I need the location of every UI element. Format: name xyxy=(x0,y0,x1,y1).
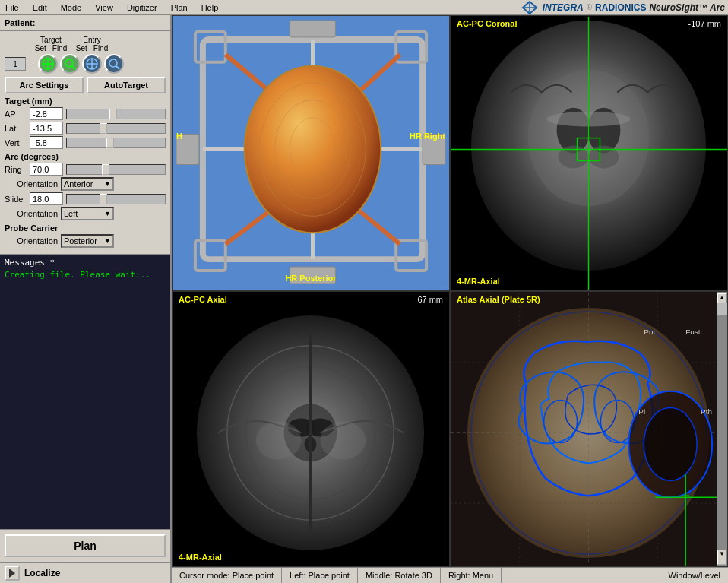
controls-row: 1 — xyxy=(5,54,166,74)
lat-slider[interactable] xyxy=(66,123,166,134)
view-atlas[interactable]: Atlas Axial (Plate 5R) xyxy=(450,291,728,567)
patient-header: Patient: xyxy=(0,15,170,31)
plan-btn[interactable]: Plan xyxy=(5,534,166,557)
orientation3-label: Orientation xyxy=(5,236,58,246)
coronal-title: AC-PC Coronal xyxy=(457,19,517,28)
label-hr-posterior: HR Posterior xyxy=(285,274,336,283)
entry-label: Entry xyxy=(83,36,100,44)
menu-plan[interactable]: Plan xyxy=(169,2,190,13)
brand-integra: INTEGRA xyxy=(543,2,584,13)
head-3d-scene xyxy=(173,16,449,290)
target-set-find: Set Find xyxy=(35,44,67,52)
col-headers: Target Set Find Entry Set Find xyxy=(32,36,166,52)
controls-area: Target Set Find Entry Set Find 1 xyxy=(0,31,170,255)
svg-text:Pi: Pi xyxy=(638,407,645,416)
ap-slider[interactable] xyxy=(66,109,166,119)
view-coronal[interactable]: AC-PC Coronal -107 mm xyxy=(450,15,728,291)
svg-line-24 xyxy=(226,210,271,244)
orientation1-arrow: ▼ xyxy=(104,180,111,188)
find-label: Find xyxy=(52,44,67,52)
left-value: Place point xyxy=(308,571,349,580)
menu-file[interactable]: File xyxy=(3,2,21,13)
slide-slider[interactable] xyxy=(66,194,166,204)
slide-label: Slide xyxy=(5,195,30,204)
menu-view[interactable]: View xyxy=(93,2,116,13)
localize-label[interactable]: Localize xyxy=(24,568,60,578)
slide-input[interactable]: 18.0 xyxy=(30,192,63,205)
lat-label: Lat xyxy=(5,124,30,133)
slide-row: Slide 18.0 xyxy=(5,192,166,205)
axial-bottom-label: 4-MR-Axial xyxy=(179,553,222,562)
target-find-btn[interactable] xyxy=(60,54,80,74)
svg-line-25 xyxy=(358,210,400,244)
atlas-title: Atlas Axial (Plate 5R) xyxy=(457,295,540,304)
cursor-mode-label: Cursor mode: xyxy=(179,571,230,580)
vert-label: Vert xyxy=(5,138,30,147)
target-set-btn[interactable] xyxy=(38,54,58,74)
window-level-item[interactable]: Window/Level xyxy=(661,568,728,583)
atlas-image: Put Fust Pth Pi xyxy=(451,292,727,566)
probe-carrier-section: Probe Carrier Orientation Posterior ▼ xyxy=(5,223,166,248)
orientation3-select[interactable]: Posterior ▼ xyxy=(61,234,114,248)
num-input[interactable]: 1 xyxy=(5,57,26,71)
menu-help[interactable]: Help xyxy=(199,2,221,13)
brand-radionics: RADIONICS xyxy=(595,2,646,13)
view-3d[interactable]: H HR Right HR Posterior xyxy=(172,15,450,291)
svg-point-50 xyxy=(256,422,302,460)
localize-area: Localize xyxy=(0,562,170,583)
ap-row: AP -2.8 xyxy=(5,107,166,120)
entry-set-btn[interactable] xyxy=(82,54,102,74)
ring-input[interactable]: 70.0 xyxy=(30,163,63,176)
svg-line-23 xyxy=(358,55,400,93)
svg-marker-10 xyxy=(9,569,15,578)
messages-text: Creating file. Please wait... xyxy=(5,270,166,280)
coronal-bottom-label: 4-MR-Axial xyxy=(457,277,500,286)
svg-point-51 xyxy=(320,422,366,460)
atlas-svg: Put Fust Pth Pi xyxy=(451,292,727,566)
orientation1-select[interactable]: Anterior ▼ xyxy=(61,177,114,191)
orientation2-select[interactable]: Left ▼ xyxy=(61,207,114,220)
svg-line-4 xyxy=(72,66,75,69)
probe-carrier-label: Probe Carrier xyxy=(5,223,166,233)
right-label: Right: xyxy=(448,571,470,580)
scroll-down-btn[interactable]: ▼ xyxy=(717,550,726,565)
orientation3-row: Orientation Posterior ▼ xyxy=(5,234,166,248)
view-axial[interactable]: AC-PC Axial 67 mm xyxy=(172,291,450,567)
orientation2-label: Orientation xyxy=(5,209,58,218)
patient-label: Patient: xyxy=(5,18,35,27)
axial-svg xyxy=(173,292,449,566)
set2-label: Set xyxy=(76,44,87,52)
frame-svg xyxy=(173,16,449,290)
content-area: H HR Right HR Posterior AC-PC Coronal -1… xyxy=(172,15,728,583)
localize-arrow-btn[interactable] xyxy=(5,566,20,581)
orientation2-arrow: ▼ xyxy=(104,210,111,217)
label-h-left: H xyxy=(176,131,182,141)
menu-edit[interactable]: Edit xyxy=(30,2,49,13)
autotarget-btn[interactable]: AutoTarget xyxy=(87,77,166,93)
lat-input[interactable]: -13.5 xyxy=(30,122,63,135)
brand-neurosight: NeuroSight™ Arc xyxy=(649,2,725,13)
svg-rect-16 xyxy=(195,240,226,271)
vert-input[interactable]: -5.8 xyxy=(30,136,63,149)
atlas-scrollbar-right[interactable]: ▲ ▼ xyxy=(717,292,727,566)
menu-digitizer[interactable]: Digitizer xyxy=(125,2,160,13)
menu-items: File Edit Mode View Digitizer Plan Help xyxy=(3,2,220,13)
svg-point-3 xyxy=(65,59,73,67)
svg-rect-20 xyxy=(290,21,336,37)
left-mode-item: Left: Place point xyxy=(282,568,358,583)
target-header: Target Set Find xyxy=(32,36,70,52)
left-panel: Patient: Target Set Find Entry Set Find xyxy=(0,15,172,583)
axial-image xyxy=(173,292,449,566)
arc-settings-btn[interactable]: Arc Settings xyxy=(5,77,84,93)
vert-slider[interactable] xyxy=(66,138,166,148)
window-level-label: Window/Level xyxy=(669,571,720,580)
menu-mode[interactable]: Mode xyxy=(59,2,84,13)
ring-slider[interactable] xyxy=(66,164,166,175)
brand-logo: INTEGRA ® RADIONICS NeuroSight™ Arc xyxy=(521,1,725,14)
ap-input[interactable]: -2.8 xyxy=(30,107,63,120)
middle-mode-item: Middle: Rotate 3D xyxy=(358,568,441,583)
axial-measurement: 67 mm xyxy=(417,295,443,304)
orientation3-arrow: ▼ xyxy=(104,237,111,245)
entry-find-btn[interactable] xyxy=(104,54,124,74)
minus-indicator: — xyxy=(28,60,36,68)
